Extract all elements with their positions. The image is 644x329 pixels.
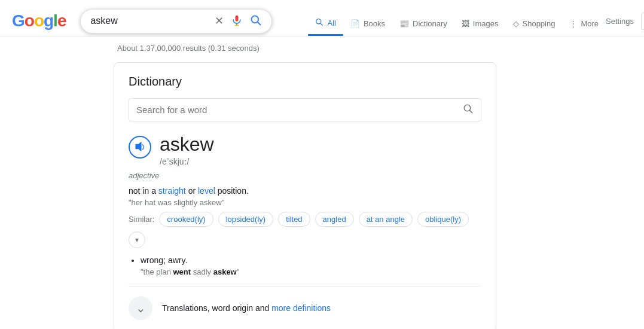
tab-news[interactable]: 📰 Dictionary [392,13,454,36]
voice-search-button[interactable] [231,14,243,28]
def-link-straight[interactable]: straight [158,186,186,196]
dictionary-search-input[interactable] [136,105,463,115]
more-tab-icon: ⋮ [569,19,577,28]
close-icon: ✕ [215,14,224,28]
svg-line-4 [258,22,261,25]
definition-item-2: wrong; awry. "the plan went sadly askew" [141,255,481,276]
dict-search-icon [463,107,474,116]
speaker-button[interactable] [129,136,151,159]
translations-text: Translations, word origin and more defin… [162,303,331,313]
similar-chip-angled[interactable]: angled [315,212,354,227]
word-entry: askew /eˈskjuː/ [129,133,481,166]
tab-books-label: Books [364,19,385,28]
definition-list: wrong; awry. "the plan went sadly askew" [129,255,481,276]
tab-all[interactable]: All [308,12,343,36]
speaker-icon [134,141,146,154]
similar-chip-at-an-angle[interactable]: at an angle [359,212,413,227]
logo-letter-g: G [12,11,25,30]
header: Google ✕ [0,0,644,36]
search-icon [250,14,262,28]
similar-chip-tilted[interactable]: tilted [278,212,310,227]
clear-button[interactable]: ✕ [215,14,224,28]
similar-chip-oblique[interactable]: oblique(ly) [417,212,469,227]
definition-item-1: not in a straight or level position. "he… [129,186,481,248]
similar-chip-crooked[interactable]: crooked(ly) [159,212,213,227]
more-definitions-link[interactable]: more definitions [271,303,331,313]
translations-icon: ⌄ [129,296,152,320]
logo-letter-e: e [57,11,66,30]
translations-row[interactable]: ⌄ Translations, word origin and more def… [129,296,481,320]
svg-line-6 [321,23,323,25]
header-right: Settings Tools [606,13,644,36]
definition-section: not in a straight or level position. "he… [129,186,481,276]
images-tab-icon: 🖼 [462,19,469,28]
logo-letter-o2: o [34,11,44,30]
tab-more-label: More [581,19,599,28]
expand-similar-button[interactable]: ▾ [129,231,145,248]
google-logo: Google [12,11,66,31]
tab-shopping-label: Shopping [523,19,556,28]
header-nav-area: All 📄 Books 📰 Dictionary 🖼 Images ◇ Shop… [272,6,644,36]
search-bar: ✕ [80,9,272,33]
chevron-down-icon: ▾ [135,236,139,244]
word-info: askew /eˈskjuː/ [160,133,481,166]
mic-icon [231,14,243,28]
definition-example-1: "her hat was slightly askew" [129,198,481,207]
chevron-expand-icon: ⌄ [136,301,146,315]
tab-all-label: All [327,19,335,28]
search-bar-icons: ✕ [215,14,262,28]
search-bar-wrapper: ✕ [80,9,272,33]
dictionary-search-button[interactable] [463,103,474,116]
tab-books[interactable]: 📄 Books [343,13,392,36]
books-tab-icon: 📄 [350,19,360,28]
tools-button[interactable]: Tools [641,13,644,30]
divider [129,286,481,287]
logo-letter-g2: g [44,11,53,30]
search-submit-button[interactable] [250,14,262,28]
search-input[interactable] [90,16,210,26]
tab-images-label: Images [473,19,499,28]
svg-line-8 [470,111,472,113]
dictionary-search-bar [129,98,481,121]
definition-text-1: not in a straight or level position. [129,186,481,196]
tab-images[interactable]: 🖼 Images [454,13,506,36]
svg-rect-0 [236,15,239,21]
dictionary-title: Dictionary [129,75,481,89]
tab-more[interactable]: ⋮ More [562,13,606,36]
definition-example-2: "the plan went sadly askew" [141,267,481,276]
def-link-level[interactable]: level [198,186,215,196]
news-tab-icon: 📰 [399,19,409,28]
search-tab-icon [315,18,323,28]
part-of-speech: adjective [129,171,481,180]
similar-row: Similar: crooked(ly) lopsided(ly) tilted… [129,212,481,248]
similar-chip-lopsided[interactable]: lopsided(ly) [218,212,273,227]
results-info: About 1,37,00,000 results (0.31 seconds) [0,36,644,57]
settings-link[interactable]: Settings [606,17,634,26]
tab-news-label: Dictionary [413,19,447,28]
svg-marker-9 [136,141,142,151]
logo-letter-o1: o [25,11,34,30]
shopping-tab-icon: ◇ [513,19,519,28]
word-heading: askew [160,133,481,156]
tab-shopping[interactable]: ◇ Shopping [506,13,563,36]
word-phonetic: /eˈskjuː/ [160,157,481,166]
nav-tabs: All 📄 Books 📰 Dictionary 🖼 Images ◇ Shop… [308,6,606,36]
dictionary-card: Dictionary askew /eˈskjuː/ adjective [114,62,496,329]
definition-text-2: wrong; awry. [141,255,481,265]
similar-label: Similar: [129,215,154,224]
logo-letter-l: l [53,11,57,30]
